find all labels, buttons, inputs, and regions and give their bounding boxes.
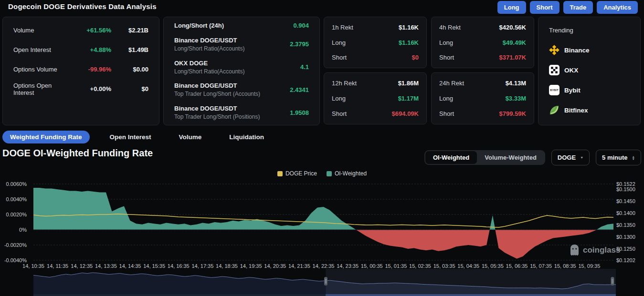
trending-panel: Trending Binance <box>538 17 641 125</box>
ls-title: OKX DOGE <box>174 60 208 67</box>
trending-item-bitfinex[interactable]: Bitfinex <box>549 100 630 120</box>
symbol-select[interactable]: DOGE ▼ <box>551 150 590 165</box>
navigator-track[interactable] <box>33 294 326 296</box>
long-short-panel: Long/Short (24h) 0.904 Binance DOGE/USDT… <box>163 17 320 125</box>
navigator-handle[interactable] <box>611 277 614 286</box>
ls-value: 0.904 <box>293 22 309 29</box>
trade-button[interactable]: Trade <box>563 1 593 14</box>
navigator-handle[interactable] <box>324 277 327 286</box>
stat-row-volume: Volume +61.56% $2.21B <box>13 20 148 40</box>
axis-tick-label: $0.1400 <box>616 210 635 216</box>
tab-volume[interactable]: Volume <box>171 131 210 143</box>
x-axis-tick-label: 14, 14:35 <box>119 263 141 269</box>
trending-item-bybit[interactable]: BYBIT Bybit <box>549 80 630 100</box>
ls-subtitle: Long/Short Ratio(Accounts) <box>174 45 290 52</box>
rekt-title: 12h Rekt <box>332 80 357 87</box>
stat-row-options-open-interest: Options Open Interest +0.00% $0 <box>13 79 148 99</box>
segment-volume-weighted[interactable]: Volume-Weighted <box>477 151 544 164</box>
axis-tick-label: $0.1202 <box>616 257 635 263</box>
rekt-long-value: $49.49K <box>503 39 526 46</box>
rekt-short-label: Short <box>332 54 347 61</box>
rekt-long-value: $3.33M <box>506 95 526 102</box>
x-axis-tick-label: 15, 09:35 <box>578 263 600 269</box>
trending-title: Trending <box>549 20 630 40</box>
x-axis-tick-label: 15, 03:35 <box>433 263 455 269</box>
ls-row: Binance DOGE/USDT Top Trader Long/Short … <box>174 82 309 97</box>
summary-panels: Volume +61.56% $2.21B Open Interest +4.8… <box>2 17 641 125</box>
funding-rate-chart <box>33 180 613 264</box>
long-button[interactable]: Long <box>497 1 526 14</box>
x-axis-tick-label: 15, 02:35 <box>409 263 431 269</box>
rekt-long-label: Long <box>332 39 346 46</box>
rekt-card-1h: 1h Rekt$1.16K Long$1.16K Short$0 <box>324 17 427 68</box>
symbol-select-value: DOGE <box>558 154 576 161</box>
header-actions: Long Short Trade Analytics <box>497 1 638 14</box>
x-axis-tick-label: 15, 04:35 <box>457 263 479 269</box>
tab-liquidation[interactable]: Liquidation <box>222 131 272 143</box>
ls-row: Binance DOGE/USDT Top Trader Long/Short … <box>174 105 309 120</box>
rekt-long-label: Long <box>439 95 453 102</box>
trending-item-binance[interactable]: Binance <box>549 40 630 60</box>
axis-tick-label: 0% <box>19 227 27 233</box>
axis-tick-label: 0.0040% <box>6 196 27 202</box>
x-axis-tick-label: 15, 08:35 <box>554 263 576 269</box>
coinglass-watermark: coinglass <box>570 244 620 256</box>
ls-value: 2.4341 <box>290 86 309 93</box>
navigator-selected-track[interactable] <box>326 294 616 296</box>
stat-label: Options Open Interest <box>13 82 68 96</box>
segment-oi-weighted[interactable]: OI-Weighted <box>425 151 477 164</box>
x-axis-tick-label: 14, 21:35 <box>288 263 310 269</box>
axis-tick-label: -0.0040% <box>4 257 27 263</box>
page-header: Dogecoin DOGE Derivatives Data Analysis … <box>0 0 644 15</box>
ls-subtitle: Top Trader Long/Short (Positions) <box>174 113 290 120</box>
rekt-total: $420.56K <box>499 24 526 31</box>
ls-value: 1.9508 <box>290 109 309 116</box>
stat-value: $0 <box>111 85 148 92</box>
ls-row: Binance DOGE/USDT Long/Short Ratio(Accou… <box>174 37 309 52</box>
rekt-short-label: Short <box>332 110 347 117</box>
ls-title: Binance DOGE/USDT <box>174 105 237 112</box>
x-axis-tick-label: 14, 22:35 <box>313 263 335 269</box>
ls-title: Binance DOGE/USDT <box>174 37 237 44</box>
left-axis-labels: 0.0060%0.0040%0.0020%0%-0.0020%-0.0040% <box>0 180 31 264</box>
short-button[interactable]: Short <box>530 1 560 14</box>
rekt-total: $1.16K <box>399 24 419 31</box>
x-axis-tick-label: 14, 17:35 <box>191 263 213 269</box>
stat-change: +61.56% <box>68 27 111 34</box>
axis-tick-label: -0.0020% <box>4 242 27 248</box>
stat-value: $1.49B <box>111 46 148 53</box>
rekt-short-value: $0 <box>412 54 419 61</box>
page-title: Dogecoin DOGE Derivatives Data Analysis <box>8 2 157 10</box>
stat-label: Open Interest <box>13 46 68 53</box>
legend-item-oi-weighted[interactable]: OI-Weighted <box>327 170 367 177</box>
interval-select[interactable]: 5 minute ▲▼ <box>596 150 641 165</box>
bitfinex-icon <box>549 105 560 115</box>
analytics-button[interactable]: Analytics <box>597 1 638 14</box>
okx-icon <box>549 65 560 75</box>
chart-title: DOGE OI-Weighted Funding Rate <box>2 148 153 159</box>
x-axis-tick-label: 15, 07:35 <box>530 263 552 269</box>
rekt-title: 24h Rekt <box>439 80 464 87</box>
rekt-short-value: $799.59K <box>499 110 526 117</box>
up-down-stepper-icon: ▲▼ <box>632 155 635 160</box>
tab-weighted-funding-rate[interactable]: Weighted Funding Rate <box>2 131 90 143</box>
watermark-label: coinglass <box>583 245 620 255</box>
stat-value: $0.00 <box>111 66 148 73</box>
trending-item-label: Bybit <box>564 87 581 94</box>
x-axis-tick-label: 15, 06:35 <box>506 263 528 269</box>
rekt-card-24h: 24h Rekt$4.13M Long$3.33M Short$799.59K <box>431 72 534 124</box>
legend-item-doge-price[interactable]: DOGE Price <box>277 170 317 177</box>
rekt-card-12h: 12h Rekt$1.86M Long$1.17M Short$694.09K <box>324 72 427 124</box>
axis-tick-label: $0.1450 <box>616 198 635 204</box>
chart-tabs: Weighted Funding Rate Open Interest Volu… <box>2 131 272 143</box>
weighting-toggle: OI-Weighted Volume-Weighted <box>424 150 545 165</box>
rekt-long-value: $1.16K <box>399 39 419 46</box>
ls-subtitle: Long/Short Ratio(Accounts) <box>174 68 300 75</box>
trending-item-okx[interactable]: OKX <box>549 60 630 80</box>
stat-change: +0.00% <box>68 85 111 92</box>
x-axis-tick-label: 14, 16:35 <box>168 263 190 269</box>
tab-open-interest[interactable]: Open Interest <box>102 131 159 143</box>
chevron-down-icon: ▼ <box>580 156 583 159</box>
ls-title: Binance DOGE/USDT <box>174 82 237 89</box>
range-navigator[interactable] <box>33 269 616 294</box>
